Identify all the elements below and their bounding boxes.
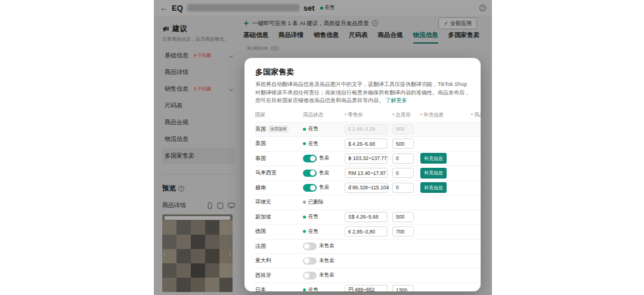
learn-more-link[interactable]: 了解更多 — [386, 97, 407, 103]
total-stock-input[interactable]: 0 — [392, 153, 414, 164]
column-header-label: 国家 — [255, 112, 265, 119]
status-dot-icon — [303, 128, 306, 131]
status-dot-icon — [303, 142, 306, 145]
column-header-label: 补充信息 — [423, 112, 444, 119]
status-dot-icon — [303, 216, 306, 219]
stock-cell: 0 — [392, 153, 420, 164]
supplement-info-button[interactable]: 补充信息 — [420, 168, 447, 179]
total-stock-input: 900 — [392, 124, 414, 134]
status-label: 在售 — [308, 287, 318, 291]
column-header-label: 总库存 — [395, 112, 411, 119]
column-header-label: 零售价 — [348, 112, 363, 119]
table-row-西班牙: 西班牙未售卖 — [255, 268, 481, 283]
column-header-零售价: *零售价 — [345, 112, 392, 119]
status-cell: 未售卖 — [303, 257, 345, 265]
stock-cell: 500 — [392, 212, 420, 222]
toggle-knob — [304, 273, 309, 278]
status-label: 售卖 — [319, 170, 329, 177]
sell-toggle[interactable] — [303, 170, 317, 177]
status-cell: 在售 — [303, 140, 345, 148]
column-header-总库存: *总库存 — [392, 112, 420, 119]
status-cell: 售卖 — [303, 184, 345, 192]
status-dot-icon — [303, 288, 306, 291]
country-name: 新加坡 — [255, 213, 271, 221]
country-cell: 泰国 — [255, 155, 303, 162]
app-window: ← EQ set 在售 ? 一键即可应用 1 条 AI 建议，高效提升发品质量 … — [154, 0, 492, 295]
stock-cell: 900 — [392, 124, 420, 134]
current-country-badge: 当前国家 — [268, 125, 289, 133]
stock-cell: 1300 — [392, 285, 420, 291]
price-cell: đ 86.328~115.104 — [345, 183, 392, 193]
country-cell: 西班牙 — [255, 272, 303, 279]
status-cell: 在售 — [303, 287, 345, 291]
table-body: 英国当前国家在售£ 2.46–3.28900美国在售$ 4.26–5.68500… — [255, 122, 481, 292]
status-label: 售卖 — [319, 155, 329, 162]
table-row-意大利: 意大利未售卖 — [255, 253, 481, 268]
total-stock-input[interactable]: 500 — [392, 212, 414, 222]
status-label: 未售卖 — [319, 272, 335, 279]
retail-price-input[interactable]: $ 4.26–5.68 — [345, 139, 388, 149]
toggle-knob — [310, 170, 315, 176]
table-row-泰国: 泰国售卖฿ 103.32~137.770补充信息 — [255, 151, 481, 166]
total-stock-input[interactable]: 1300 — [392, 285, 414, 291]
table-header-row: 国家商品状态*零售价*总库存*补充信息*商品合规 — [255, 109, 481, 122]
country-cell: 美国 — [255, 140, 303, 148]
total-stock-input[interactable]: 500 — [392, 139, 414, 149]
column-header-label: 商品合规 — [474, 112, 481, 119]
total-stock-input[interactable]: 0 — [392, 168, 414, 178]
table-row-马来西亚: 马来西亚售卖RM 13.40~17.870补充信息 — [255, 165, 481, 180]
retail-price-input[interactable]: đ 86.328~115.104 — [345, 183, 388, 193]
table-row-德国: 德国在售€ 2,85–3,80700 — [255, 224, 481, 239]
retail-price-input[interactable]: 円 489~652 — [345, 285, 388, 291]
total-stock-input[interactable]: 0 — [392, 183, 414, 193]
country-name: 马来西亚 — [255, 169, 277, 177]
multi-country-panel: 多国家售卖 系统将自动翻译商品信息及商品图片中的文字，该翻译工具仅提供翻译功能，… — [244, 58, 481, 291]
country-cell: 英国当前国家 — [255, 125, 303, 133]
status-cell: 在售 — [303, 228, 345, 235]
retail-price-input[interactable]: ฿ 103.32~137.77 — [345, 153, 388, 164]
sell-toggle[interactable] — [303, 257, 317, 265]
status-dot-icon — [303, 201, 306, 204]
stock-cell: 700 — [392, 226, 420, 236]
sell-toggle[interactable] — [303, 155, 317, 162]
price-cell: £ 2.46–3.28 — [345, 124, 392, 134]
total-stock-input[interactable]: 700 — [392, 226, 414, 236]
country-name: 西班牙 — [255, 272, 271, 279]
status-label: 在售 — [308, 125, 318, 133]
country-name: 泰国 — [255, 155, 266, 162]
country-name: 菲律宾 — [255, 198, 271, 206]
action-cell: 补充信息 — [420, 168, 471, 179]
country-cell: 意大利 — [255, 257, 303, 265]
status-cell: 售卖 — [303, 170, 345, 177]
status-cell: 在售 — [303, 213, 345, 220]
country-name: 日本 — [255, 286, 266, 291]
column-header-国家: 国家 — [255, 112, 303, 119]
price-cell: € 2,85–3,80 — [345, 226, 392, 236]
retail-price-input[interactable]: € 2,85–3,80 — [345, 226, 388, 236]
stock-cell: 500 — [392, 139, 420, 149]
price-cell: RM 13.40~17.87 — [345, 168, 392, 178]
table-row-日本: 日本在售円 489~6521300 — [255, 282, 481, 291]
country-table: 国家商品状态*零售价*总库存*补充信息*商品合规 英国当前国家在售£ 2.46–… — [244, 109, 481, 292]
retail-price-input[interactable]: S$ 4.26–5.68 — [345, 212, 388, 222]
table-row-菲律宾: 菲律宾已删除 — [255, 195, 481, 210]
country-cell: 越南 — [255, 184, 303, 192]
required-asterisk: * — [471, 112, 473, 118]
retail-price-input: £ 2.46–3.28 — [345, 124, 388, 134]
sell-toggle[interactable] — [303, 184, 317, 192]
sell-toggle[interactable] — [303, 272, 317, 279]
toggle-knob — [304, 244, 309, 249]
action-cell: 补充信息 — [420, 153, 471, 164]
column-header-商品合规: *商品合规 — [471, 112, 481, 119]
panel-title: 多国家售卖 — [255, 67, 470, 78]
supplement-info-button[interactable]: 补充信息 — [420, 182, 447, 193]
country-cell: 法国 — [255, 242, 303, 250]
table-row-新加坡: 新加坡在售S$ 4.26–5.68500 — [255, 210, 481, 225]
column-header-补充信息: *补充信息 — [420, 112, 471, 119]
country-name: 法国 — [255, 242, 266, 250]
supplement-info-button[interactable]: 补充信息 — [420, 153, 447, 164]
retail-price-input[interactable]: RM 13.40~17.87 — [345, 168, 388, 178]
price-cell: S$ 4.26–5.68 — [345, 212, 392, 222]
status-label: 未售卖 — [319, 257, 335, 265]
sell-toggle[interactable] — [303, 242, 317, 250]
